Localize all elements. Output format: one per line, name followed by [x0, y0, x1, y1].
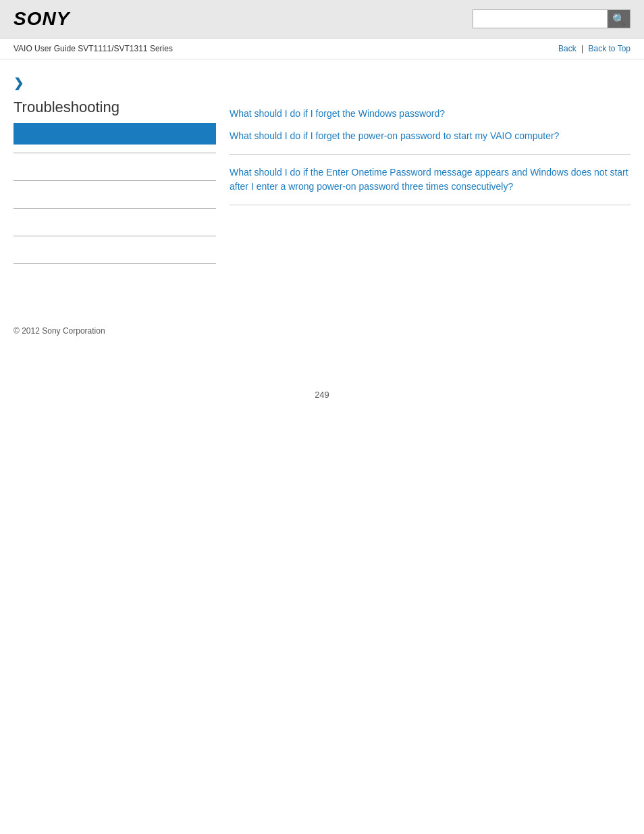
footer-copyright: © 2012 Sony Corporation	[0, 313, 644, 349]
nav-links: Back | Back to Top	[558, 44, 630, 53]
search-area: 🔍	[473, 9, 630, 28]
sidebar-separator-4	[14, 236, 216, 236]
nav-separator: |	[581, 44, 585, 53]
sidebar-separator-2	[14, 180, 216, 181]
back-link[interactable]: Back	[558, 44, 576, 53]
page-number: 249	[0, 390, 644, 413]
content-separator-1	[230, 154, 630, 155]
sidebar-separator-1	[14, 153, 216, 153]
sidebar-active-item[interactable]	[14, 123, 216, 145]
sidebar-separator-3	[14, 208, 216, 209]
sidebar-item-1	[14, 161, 216, 172]
content-link-1[interactable]: What should I do if I forget the Windows…	[230, 107, 630, 121]
search-input[interactable]	[473, 9, 608, 28]
sidebar-chevron: ❯	[14, 76, 216, 90]
sidebar-item-3	[14, 217, 216, 228]
content-area: What should I do if I forget the Windows…	[230, 73, 630, 272]
sidebar: ❯ Troubleshooting	[14, 73, 216, 272]
back-to-top-link[interactable]: Back to Top	[589, 44, 630, 53]
sidebar-item-4	[14, 244, 216, 255]
nav-bar: VAIO User Guide SVT1111/SVT1311 Series B…	[0, 38, 644, 59]
sidebar-separator-5	[14, 263, 216, 264]
sony-logo: SONY	[14, 8, 70, 30]
nav-title: VAIO User Guide SVT1111/SVT1311 Series	[14, 44, 173, 53]
header: SONY 🔍	[0, 0, 644, 38]
search-icon: 🔍	[612, 13, 626, 26]
content-link-2[interactable]: What should I do if I forget the power-o…	[230, 129, 630, 143]
sidebar-item-2	[14, 189, 216, 200]
main-content: ❯ Troubleshooting What should I do if I …	[0, 59, 644, 286]
sidebar-title: Troubleshooting	[14, 99, 216, 116]
content-link-3[interactable]: What should I do if the Enter Onetime Pa…	[230, 165, 630, 194]
search-button[interactable]: 🔍	[608, 9, 630, 28]
content-separator-2	[230, 205, 630, 205]
